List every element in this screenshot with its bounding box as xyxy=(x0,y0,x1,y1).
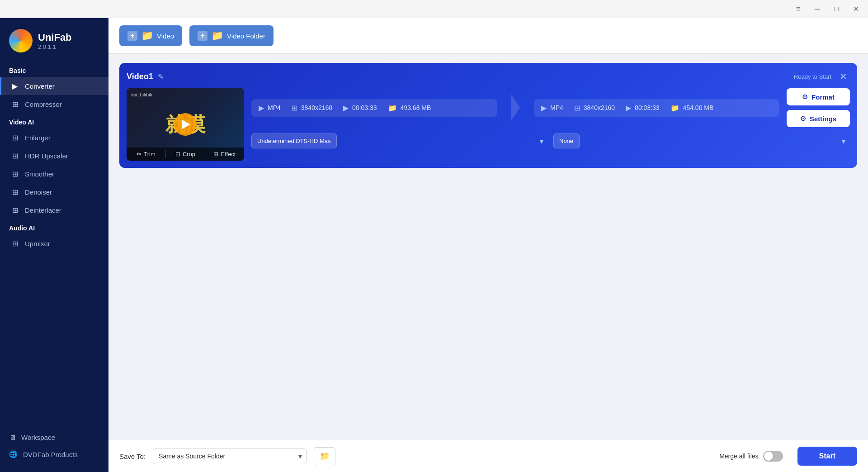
merge-section: Merge all files xyxy=(719,451,783,462)
sidebar-item-label-enlarger: Enlarger xyxy=(25,134,51,142)
title-bar: ≡ ─ □ ✕ xyxy=(0,0,868,18)
source-size: 493.68 MB xyxy=(401,104,431,111)
trim-icon: ✂ xyxy=(137,151,142,157)
sidebar-item-label-smoother: Smoother xyxy=(25,170,54,178)
logo-text: UniFab 2.0.1.1 xyxy=(38,32,72,50)
logo-name: UniFab xyxy=(38,32,72,43)
output-resolution: 3840x2160 xyxy=(584,104,615,111)
video-title: Video1 xyxy=(127,72,153,81)
sidebar-item-label-compressor: Compressor xyxy=(25,100,62,108)
source-resolution: 3840x2160 xyxy=(301,104,332,111)
source-duration: 00:03:33 xyxy=(352,104,377,111)
main-content: + 📁 Video + 📁 Video Folder Video1 ✎ xyxy=(108,18,868,472)
crop-label: Crop xyxy=(183,151,195,157)
trim-label: Trim xyxy=(144,151,156,157)
add-video-icon: + xyxy=(127,31,137,41)
menu-button[interactable]: ≡ xyxy=(793,3,804,15)
resolution-icon: ⊞ xyxy=(292,104,297,112)
crop-button[interactable]: ⊡ Crop xyxy=(166,148,205,161)
sidebar-item-workspace[interactable]: 🖥 Workspace xyxy=(0,429,108,446)
sidebar-item-label-deinterlacer: Deinterlacer xyxy=(25,206,61,214)
effect-icon: ⊞ xyxy=(213,151,218,157)
output-duration-stat: ▶ 00:03:33 xyxy=(626,104,660,112)
video-folder-icon: 📁 xyxy=(141,30,153,42)
audio-select-wrapper: Undetermined DTS-HD Mas xyxy=(251,133,548,148)
output-size: 454.00 MB xyxy=(683,104,714,111)
settings-button[interactable]: ⊙ Settings xyxy=(787,110,850,127)
trim-button[interactable]: ✂ Trim xyxy=(127,148,165,161)
thumbnail-watermark: win.bilibili xyxy=(131,92,152,97)
output-format: MP4 xyxy=(550,104,563,111)
logo-version: 2.0.1.1 xyxy=(38,43,72,50)
maximize-button[interactable]: □ xyxy=(830,3,842,15)
enlarger-icon: ⊞ xyxy=(10,133,19,142)
browse-folder-button[interactable]: 📁 xyxy=(314,447,335,465)
denoiser-icon: ⊞ xyxy=(10,187,19,196)
format-button[interactable]: ⊙ Format xyxy=(787,88,850,105)
format-btn-icon: ⊙ xyxy=(802,93,808,101)
source-resolution-stat: ⊞ 3840x2160 xyxy=(292,104,332,112)
output-info-box: ▶ MP4 ⊞ 3840x2160 ▶ 00:03:33 xyxy=(534,99,779,117)
audio-track-select[interactable]: Undetermined DTS-HD Mas xyxy=(251,133,337,148)
toolbar: + 📁 Video + 📁 Video Folder xyxy=(108,18,868,54)
output-duration: 00:03:33 xyxy=(635,104,660,111)
video-card: Video1 ✎ Ready to Start ✕ 就漠 win.bili xyxy=(119,63,857,168)
size-icon: 📁 xyxy=(388,104,397,112)
settings-btn-label: Settings xyxy=(810,115,836,123)
duration-icon: ▶ xyxy=(343,104,349,112)
source-duration-stat: ▶ 00:03:33 xyxy=(343,104,377,112)
source-size-stat: 📁 493.68 MB xyxy=(388,104,431,112)
workspace-icon: 🖥 xyxy=(9,434,16,441)
sidebar-item-hdr-upscaler[interactable]: ⊞ HDR Upscaler xyxy=(0,147,108,165)
subtitle-select-wrapper: None xyxy=(553,133,850,148)
arrow-divider xyxy=(504,94,527,121)
close-button[interactable]: ✕ xyxy=(849,3,863,15)
out-size-icon: 📁 xyxy=(670,104,679,112)
upmixer-icon: ⊞ xyxy=(10,239,19,248)
add-video-button[interactable]: + 📁 Video xyxy=(119,25,182,46)
sidebar-item-denoiser[interactable]: ⊞ Denoiser xyxy=(0,183,108,201)
minimize-button[interactable]: ─ xyxy=(811,3,823,15)
sidebar-item-compressor[interactable]: ⊞ Compressor xyxy=(0,95,108,113)
merge-toggle[interactable] xyxy=(763,451,783,462)
play-button[interactable] xyxy=(174,113,197,136)
sidebar-item-deinterlacer[interactable]: ⊞ Deinterlacer xyxy=(0,201,108,219)
add-folder-icon: + xyxy=(198,31,208,41)
out-format-icon: ▶ xyxy=(541,104,547,112)
video-actions-bar: ✂ Trim ⊡ Crop ⊞ Effect xyxy=(127,148,244,161)
folder-icon: 📁 xyxy=(211,30,223,42)
video-info-section: ▶ MP4 ⊞ 3840x2160 ▶ 00:03:33 xyxy=(251,88,850,148)
sidebar-item-dvdfab[interactable]: 🌐 DVDFab Products xyxy=(0,446,108,463)
sidebar-item-converter[interactable]: ▶ Converter xyxy=(0,77,108,95)
subtitle-select[interactable]: None xyxy=(553,133,580,148)
effect-label: Effect xyxy=(221,151,236,157)
sidebar-item-label-converter: Converter xyxy=(25,82,55,90)
format-btn-label: Format xyxy=(811,93,835,101)
dvdfab-icon: 🌐 xyxy=(9,450,18,458)
effect-button[interactable]: ⊞ Effect xyxy=(205,148,244,161)
format-icon: ▶ xyxy=(259,104,264,112)
logo-icon xyxy=(9,29,33,52)
bottom-bar: Save To: Same as Source Folder 📁 Merge a… xyxy=(108,440,868,472)
start-button[interactable]: Start xyxy=(797,447,857,466)
video-title-row: Video1 ✎ xyxy=(127,72,164,81)
content-area: Video1 ✎ Ready to Start ✕ 就漠 win.bili xyxy=(108,54,868,440)
section-label-basic: Basic xyxy=(0,62,108,77)
add-folder-button[interactable]: + 📁 Video Folder xyxy=(189,25,274,46)
close-card-button[interactable]: ✕ xyxy=(837,70,850,83)
add-folder-label: Video Folder xyxy=(227,32,265,40)
sidebar-item-label-hdr: HDR Upscaler xyxy=(25,152,68,160)
ready-label: Ready to Start xyxy=(794,73,831,80)
sidebar-item-smoother[interactable]: ⊞ Smoother xyxy=(0,165,108,183)
section-label-audioai: Audio AI xyxy=(0,219,108,234)
smoother-icon: ⊞ xyxy=(10,169,19,178)
sidebar-item-upmixer[interactable]: ⊞ Upmixer xyxy=(0,234,108,253)
crop-icon: ⊡ xyxy=(175,151,180,157)
sidebar-item-label-workspace: Workspace xyxy=(21,434,55,441)
video-thumbnail[interactable]: 就漠 win.bilibili ✂ Trim xyxy=(127,88,244,161)
sidebar-item-enlarger[interactable]: ⊞ Enlarger xyxy=(0,129,108,147)
edit-icon[interactable]: ✎ xyxy=(158,72,164,81)
toggle-knob xyxy=(764,452,773,461)
source-format-stat: ▶ MP4 xyxy=(259,104,281,112)
save-to-select[interactable]: Same as Source Folder xyxy=(153,448,307,464)
